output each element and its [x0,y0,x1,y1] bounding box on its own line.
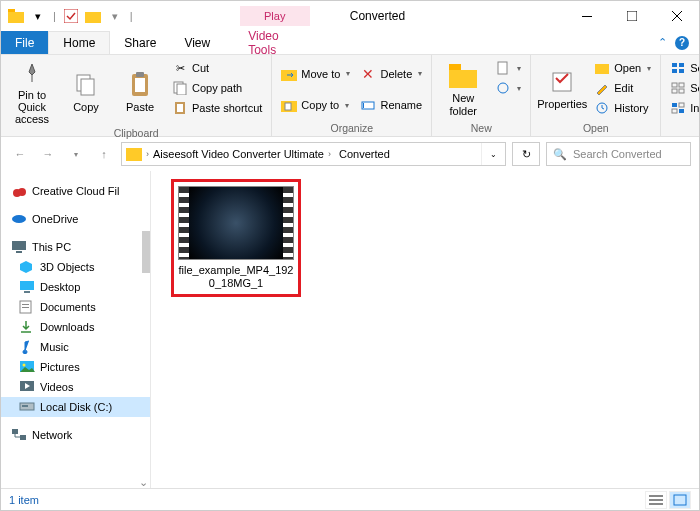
rename-button[interactable]: Rename [357,96,425,114]
paste-icon [126,71,154,99]
tab-video-tools[interactable]: Video Tools [234,31,304,54]
tree-local-disk[interactable]: Local Disk (C:) [1,397,150,417]
tree-videos[interactable]: Videos [1,377,150,397]
tab-file[interactable]: File [1,31,48,54]
chevron-down-icon[interactable]: ▾ [29,6,47,26]
delete-button[interactable]: ✕Delete [357,65,425,83]
file-item[interactable]: file_example_MP4_1920_18MG_1 [171,179,301,297]
minimize-button[interactable] [564,1,609,31]
svg-rect-31 [672,83,677,87]
svg-rect-5 [627,11,637,21]
details-view-button[interactable] [645,491,667,509]
nav-scroll-down-icon[interactable]: ⌄ [136,475,150,489]
move-to-button[interactable]: Move to [278,65,353,83]
forward-button[interactable]: → [37,143,59,165]
back-button[interactable]: ← [9,143,31,165]
copy-button[interactable]: Copy [61,59,111,125]
tree-pictures[interactable]: Pictures [1,357,150,377]
address-bar[interactable]: › Aiseesoft Video Converter Ultimate› Co… [121,142,506,166]
new-item-button[interactable] [492,59,524,77]
breadcrumb-2[interactable]: Converted [335,148,394,160]
select-none-button[interactable]: Select none [667,79,700,97]
thumbnail-image [189,187,283,259]
cut-icon: ✂ [172,60,188,76]
svg-point-40 [18,188,26,196]
tree-documents[interactable]: Documents [1,297,150,317]
copy-to-button[interactable]: Copy to [278,96,353,114]
tree-creative-cloud[interactable]: Creative Cloud Fil [1,181,150,201]
desktop-icon [19,280,35,294]
tree-3d-objects[interactable]: 3D Objects [1,257,150,277]
tree-music[interactable]: Music [1,337,150,357]
large-icons-view-button[interactable] [669,491,691,509]
folder-small-icon[interactable] [84,6,102,26]
tree-this-pc[interactable]: This PC [1,237,150,257]
svg-rect-54 [12,429,18,434]
maximize-button[interactable] [609,1,654,31]
svg-rect-28 [679,63,684,67]
tab-home[interactable]: Home [48,31,110,54]
up-button[interactable]: ↑ [93,143,115,165]
properties-icon[interactable] [62,6,80,26]
close-button[interactable] [654,1,699,31]
svg-point-41 [12,215,26,223]
tree-downloads[interactable]: Downloads [1,317,150,337]
svg-rect-36 [679,103,684,107]
ribbon-expand-icon[interactable]: ⌃ [658,36,667,49]
svg-rect-20 [449,70,477,88]
tree-desktop[interactable]: Desktop [1,277,150,297]
crumb-sep-1: › [328,149,331,159]
breadcrumb-1[interactable]: Aiseesoft Video Converter Ultimate› [149,148,335,160]
recent-dropdown[interactable]: ▾ [65,143,87,165]
select-all-button[interactable]: Select all [667,59,700,77]
open-label: Open [614,62,641,74]
svg-rect-3 [85,12,101,23]
svg-rect-48 [22,307,29,308]
paste-shortcut-button[interactable]: Paste shortcut [169,99,265,117]
tree-label: Creative Cloud Fil [32,185,119,197]
svg-rect-57 [649,499,663,501]
cut-button[interactable]: ✂Cut [169,59,265,77]
ribbon-tabs: File Home Share View Video Tools ⌃ ? [1,31,699,55]
paste-button[interactable]: Paste [115,59,165,125]
paste-label: Paste [126,101,154,113]
history-button[interactable]: History [591,99,654,117]
address-dropdown[interactable]: ⌄ [481,143,505,165]
edit-button[interactable]: Edit [591,79,654,97]
edit-icon [594,80,610,96]
history-label: History [614,102,648,114]
window-controls [564,1,699,31]
tree-onedrive[interactable]: OneDrive [1,209,150,229]
pin-quick-access-button[interactable]: Pin to Quick access [7,59,57,125]
copy-path-label: Copy path [192,82,242,94]
view-switcher [645,491,691,509]
select-none-label: Select none [690,82,700,94]
new-folder-button[interactable]: New folder [438,59,488,120]
svg-rect-34 [679,89,684,93]
file-content-area[interactable]: file_example_MP4_1920_18MG_1 [151,171,699,489]
select-all-icon [670,60,686,76]
organize-group-label: Organize [278,120,425,134]
downloads-icon [19,320,35,334]
refresh-button[interactable]: ↻ [512,142,540,166]
navigation-pane: Creative Cloud Fil OneDrive This PC 3D O… [1,171,151,489]
easy-access-button[interactable] [492,79,524,97]
video-thumbnail [178,186,294,260]
nav-scrollbar-thumb[interactable] [142,231,150,273]
search-icon: 🔍 [553,148,567,161]
help-icon[interactable]: ? [675,36,689,50]
open-button[interactable]: Open [591,59,654,77]
new-folder-icon [449,62,477,90]
undo-dropdown-icon[interactable]: ▾ [106,6,124,26]
copy-path-button[interactable]: Copy path [169,79,265,97]
svg-rect-35 [672,103,677,107]
properties-button[interactable]: Properties [537,59,587,120]
invert-selection-button[interactable]: Invert selection [667,99,700,117]
properties-icon [548,68,576,96]
tree-network[interactable]: Network [1,425,150,445]
select-all-label: Select all [690,62,700,74]
tab-view[interactable]: View [170,31,224,54]
search-box[interactable]: 🔍 Search Converted [546,142,691,166]
svg-rect-24 [553,73,571,91]
tab-share[interactable]: Share [110,31,170,54]
